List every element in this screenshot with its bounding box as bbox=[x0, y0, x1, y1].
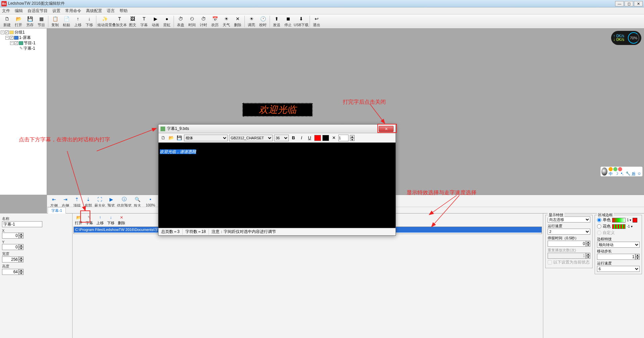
tab-subtitle[interactable]: 字幕-1 bbox=[48, 207, 66, 214]
tool-校时[interactable]: 🕐校时 bbox=[257, 15, 269, 28]
tree-program[interactable]: 节目-1 bbox=[24, 40, 36, 46]
properties-panel: 名称 X ▲▼ Y ▲▼ 宽度 ▲▼ 高度 ▲▼ bbox=[0, 213, 73, 338]
stay-input[interactable] bbox=[548, 241, 586, 247]
menu-common[interactable]: 常用命令 bbox=[65, 8, 81, 14]
w-input[interactable] bbox=[2, 256, 19, 262]
speed-select[interactable]: 2 bbox=[548, 229, 590, 235]
menu-help[interactable]: 帮助 bbox=[120, 8, 128, 14]
titlebar: Bx LedshowTW 2016图文编辑软件 — ◻ ✕ bbox=[0, 0, 644, 7]
project-tree[interactable]: −✓分组1 −✓1-屏幕 −✓节目-1 ✎字幕-1 bbox=[0, 29, 47, 195]
charset-select[interactable]: GB2312_CHARSET bbox=[229, 135, 273, 141]
tool-霓虹[interactable]: ●霓虹 bbox=[161, 15, 173, 28]
led-preview[interactable]: 欢迎光临 bbox=[242, 103, 313, 117]
tool-发送[interactable]: ⬆发送 bbox=[271, 15, 282, 28]
menu-language[interactable]: 语言 bbox=[107, 8, 115, 14]
spacing-input[interactable] bbox=[338, 135, 349, 141]
minimize-button[interactable]: — bbox=[615, 1, 624, 6]
tool-表盘[interactable]: ⏱表盘 bbox=[175, 15, 186, 28]
size-select[interactable]: 36 bbox=[274, 135, 289, 141]
tool-粘贴[interactable]: 📄粘贴 bbox=[61, 15, 72, 28]
new-icon[interactable]: 🗋 bbox=[160, 135, 167, 141]
repeat-input bbox=[548, 253, 586, 259]
tree-group[interactable]: 分组1 bbox=[14, 30, 25, 35]
w-label: 宽度 bbox=[2, 251, 70, 256]
dialog-title: 字幕1_9.txts bbox=[167, 126, 189, 132]
tool-调亮[interactable]: ☀调亮 bbox=[246, 15, 257, 28]
tree-subtitle[interactable]: 字幕-1 bbox=[24, 46, 35, 51]
tool-炫动背景[interactable]: ✨炫动背景 bbox=[97, 15, 112, 28]
app-icon: Bx bbox=[1, 1, 7, 6]
delete-button[interactable]: ✕删除 bbox=[117, 214, 127, 226]
name-label: 名称 bbox=[2, 216, 70, 221]
viewtool-右侧[interactable]: ⇥右侧 bbox=[60, 196, 71, 208]
dialog-icon bbox=[160, 127, 165, 131]
dialog-close-button[interactable]: ✕ bbox=[379, 126, 394, 132]
tool-上移[interactable]: ↑上移 bbox=[72, 15, 84, 28]
open-icon[interactable]: 📂 bbox=[168, 135, 175, 141]
h-input[interactable] bbox=[2, 269, 19, 275]
app-title: LedshowTW 2016图文编辑软件 bbox=[8, 1, 65, 6]
border-flower-radio[interactable] bbox=[597, 224, 601, 229]
underline-button[interactable]: U bbox=[306, 135, 313, 141]
bold-button[interactable]: B bbox=[290, 135, 297, 141]
menu-advanced[interactable]: 高级配置 bbox=[86, 8, 102, 14]
tool-另存[interactable]: 💾另存 bbox=[24, 15, 36, 28]
close-button[interactable]: ✕ bbox=[634, 1, 643, 6]
annotation-2: 打完字后点击关闭 bbox=[343, 99, 386, 106]
tool-节目[interactable]: ▦节目 bbox=[36, 15, 47, 28]
border-speed-select[interactable]: 6 bbox=[597, 266, 640, 272]
menu-file[interactable]: 文件 bbox=[2, 8, 10, 14]
menu-autofit[interactable]: 自适应节目 bbox=[28, 8, 48, 14]
tool-复制[interactable]: 📋复制 bbox=[49, 15, 61, 28]
tool-计时[interactable]: ⏱计时 bbox=[198, 15, 209, 28]
viewtool-最大化[interactable]: ⛶最大化 bbox=[94, 196, 105, 208]
maximize-button[interactable]: ◻ bbox=[625, 1, 633, 6]
x-input[interactable] bbox=[2, 233, 19, 239]
bg-color-swatch[interactable] bbox=[322, 135, 329, 141]
viewtool-左侧[interactable]: ⇤左侧 bbox=[48, 196, 60, 208]
tool-天气[interactable]: ☀天气 bbox=[221, 15, 232, 28]
tool-新建[interactable]: 🗋新建 bbox=[1, 15, 13, 28]
tool-停止[interactable]: ⏹停止 bbox=[282, 15, 294, 28]
y-input[interactable] bbox=[2, 244, 19, 250]
fg-color-swatch[interactable] bbox=[314, 135, 321, 141]
tool-下移[interactable]: ↓下移 bbox=[84, 15, 95, 28]
viewtool-预览[interactable]: ▶预览 bbox=[105, 196, 117, 208]
editor-statusbar: 总页数＝3 字符数＝18 注意：字间距仅对选中内容进行调节 bbox=[158, 228, 396, 235]
border-single-radio[interactable] bbox=[597, 218, 601, 222]
viewtool-100%[interactable]: •100% bbox=[143, 196, 158, 207]
tree-screen[interactable]: 1-屏幕 bbox=[19, 35, 31, 40]
subtitle-button[interactable]: ✎字幕 bbox=[84, 214, 94, 226]
viewtool-信息预览[interactable]: ⓘ信息预览 bbox=[117, 196, 132, 208]
tool-图文[interactable]: 🖼图文 bbox=[127, 15, 138, 28]
tool-动画[interactable]: ▶动画 bbox=[150, 15, 161, 28]
tool-农历[interactable]: 📅农历 bbox=[209, 15, 221, 28]
save-icon[interactable]: 💾 bbox=[176, 135, 183, 141]
viewtool-放大[interactable]: 🔍放大 bbox=[132, 196, 143, 208]
tool-打开[interactable]: 📂打开 bbox=[13, 15, 24, 28]
viewtool-顶端[interactable]: ⇡顶端 bbox=[71, 196, 83, 208]
tool-叠加文本[interactable]: T叠加文本 bbox=[112, 15, 127, 28]
tool-USB下载[interactable]: ⬇USB下载 bbox=[294, 15, 309, 28]
tool-时间[interactable]: ⏲时间 bbox=[186, 15, 198, 28]
border-effect-select[interactable]: 顺向转动 bbox=[597, 242, 640, 248]
annotation-1: 点击下方字幕，在弹出的对话框内打字 bbox=[19, 136, 120, 143]
tool-字幕[interactable]: T字幕 bbox=[138, 15, 150, 28]
h-label: 高度 bbox=[2, 264, 70, 269]
tool-退出[interactable]: ↩退出 bbox=[311, 15, 322, 28]
x-label: X bbox=[2, 229, 70, 233]
text-edit-area[interactable]: 欢迎光临，谢谢惠顾 bbox=[158, 143, 396, 228]
movedown-button[interactable]: ↓下移 bbox=[106, 214, 116, 226]
font-select[interactable]: 楷体 bbox=[184, 135, 228, 141]
tool-删除[interactable]: ✕删除 bbox=[232, 15, 243, 28]
name-input[interactable] bbox=[2, 221, 42, 227]
qq-widget[interactable]: ⬤⬤⬤ 中☽•,🔧盾☺ bbox=[600, 166, 643, 177]
step-input[interactable] bbox=[597, 254, 635, 260]
viewtool-底部[interactable]: ⇣底部 bbox=[83, 196, 94, 208]
spacing-icon[interactable]: ✕ bbox=[330, 135, 337, 141]
open-file-button[interactable]: 📂打开 bbox=[74, 214, 84, 226]
menu-settings[interactable]: 设置 bbox=[52, 8, 60, 14]
moveup-button[interactable]: ↑上移 bbox=[95, 214, 105, 226]
italic-button[interactable]: I bbox=[298, 135, 305, 141]
menu-edit[interactable]: 编辑 bbox=[15, 8, 23, 14]
